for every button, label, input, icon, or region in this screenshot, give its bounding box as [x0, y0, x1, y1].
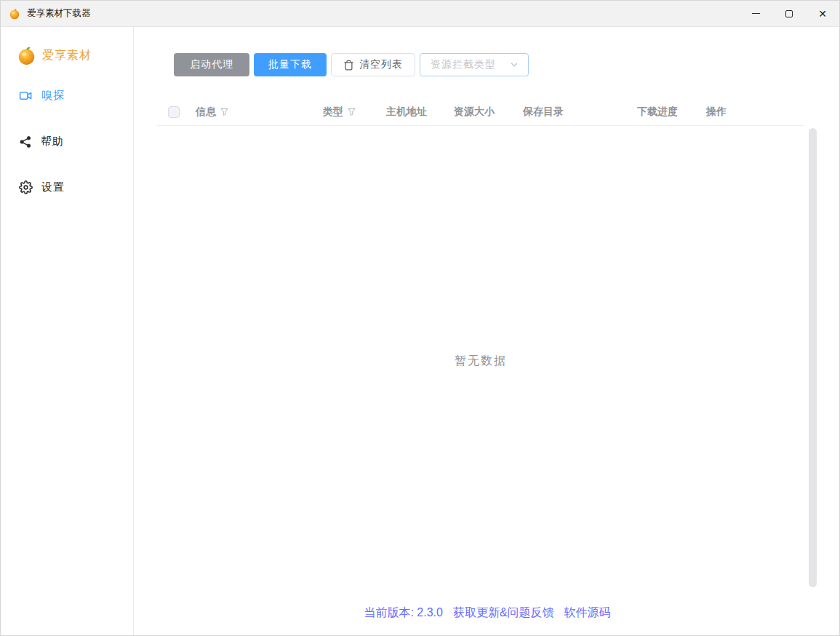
orange-fruit-icon [17, 46, 36, 65]
version-text: 当前版本: 2.3.0 [364, 605, 442, 621]
sidebar-item-label: 嗅探 [41, 89, 65, 103]
sidebar-item-help[interactable]: 帮助 [19, 135, 133, 148]
app-window: 爱享素材下载器 ✕ 爱享素材 [0, 0, 840, 636]
trash-icon [343, 60, 354, 71]
minimize-icon [752, 13, 760, 14]
share-icon [19, 135, 32, 148]
table-body: 暂无数据 [157, 126, 804, 597]
close-icon: ✕ [818, 9, 827, 19]
gear-icon [19, 180, 33, 194]
header-cell-size: 资源大小 [454, 106, 523, 119]
sidebar-item-settings[interactable]: 设置 [19, 180, 133, 194]
window-controls: ✕ [739, 1, 839, 26]
filter-icon[interactable] [220, 107, 229, 116]
header-cell-type: 类型 [323, 106, 386, 119]
column-label: 类型 [323, 106, 343, 119]
column-label: 信息 [196, 106, 216, 119]
resource-filter-select[interactable]: 资源拦截类型 [420, 53, 529, 76]
vertical-scrollbar[interactable] [809, 128, 817, 587]
column-label: 主机地址 [386, 106, 427, 119]
start-proxy-button[interactable]: 启动代理 [174, 53, 249, 76]
sidebar: 爱享素材 嗅探 [1, 27, 134, 635]
maximize-icon [785, 10, 793, 17]
header-cell-select [157, 106, 196, 118]
column-label: 资源大小 [454, 106, 495, 119]
window-title: 爱享素材下载器 [27, 7, 91, 20]
minimize-button[interactable] [739, 1, 772, 26]
resource-filter-placeholder: 资源拦截类型 [431, 58, 496, 71]
downloads-table: 信息 类型 [157, 98, 804, 597]
table-header: 信息 类型 [157, 98, 804, 126]
header-cell-host: 主机地址 [386, 106, 454, 119]
sidebar-item-sniff[interactable]: 嗅探 [19, 89, 133, 103]
sidebar-item-label: 帮助 [41, 135, 64, 148]
select-all-checkbox[interactable] [168, 106, 180, 118]
footer: 当前版本: 2.3.0 获取更新&问题反馈 软件源码 [157, 597, 839, 635]
column-label: 操作 [706, 106, 727, 119]
header-cell-actions: 操作 [706, 106, 804, 119]
logo-text: 爱享素材 [42, 48, 92, 63]
empty-state-text: 暂无数据 [455, 354, 507, 369]
source-code-link[interactable]: 软件源码 [564, 605, 611, 621]
header-cell-info: 信息 [196, 106, 323, 119]
close-button[interactable]: ✕ [806, 1, 839, 26]
header-cell-directory: 保存目录 [523, 106, 637, 119]
column-label: 下载进度 [637, 106, 678, 119]
clear-list-label: 清空列表 [359, 58, 403, 71]
sidebar-item-label: 设置 [41, 180, 65, 194]
update-feedback-link[interactable]: 获取更新&问题反馈 [453, 605, 554, 621]
batch-download-button[interactable]: 批量下载 [254, 53, 327, 76]
header-cell-progress: 下载进度 [637, 106, 706, 119]
app-logo-icon [9, 8, 20, 20]
column-label: 保存目录 [523, 106, 564, 119]
sidebar-nav: 嗅探 帮助 设置 [19, 89, 133, 194]
sidebar-logo: 爱享素材 [17, 46, 133, 65]
maximize-button[interactable] [772, 1, 806, 26]
filter-icon[interactable] [347, 107, 356, 116]
clear-list-button[interactable]: 清空列表 [331, 53, 415, 76]
chevron-down-icon [509, 60, 519, 70]
titlebar: 爱享素材下载器 ✕ [1, 1, 839, 27]
video-camera-icon [19, 89, 33, 103]
toolbar: 启动代理 批量下载 清空列表 资源拦截类型 [174, 53, 839, 76]
main-panel: 启动代理 批量下载 清空列表 资源拦截类型 [134, 27, 839, 635]
